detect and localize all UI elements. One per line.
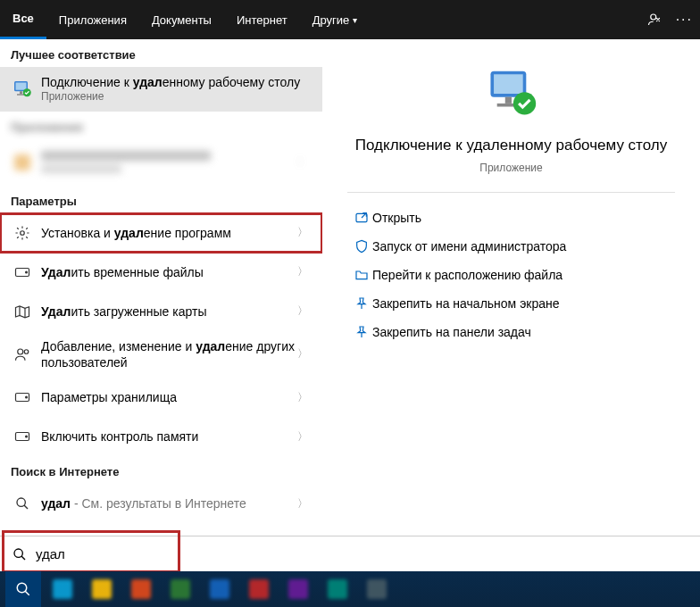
feedback-icon[interactable] (647, 12, 663, 28)
search-box[interactable] (0, 536, 700, 571)
top-tabs-bar: Все Приложения Документы Интернет Другие… (0, 0, 700, 39)
detail-panel: Подключение к удаленному рабочему столу … (322, 39, 700, 536)
chevron-right-icon: 〉 (297, 225, 312, 240)
svg-point-15 (17, 498, 25, 506)
section-best-match: Лучшее соответствие (0, 39, 322, 67)
result-title: Параметры хранилища (41, 389, 297, 405)
chevron-right-icon: 〉 (297, 429, 312, 445)
remote-desktop-large-icon (486, 68, 538, 120)
taskbar-item[interactable] (84, 576, 120, 603)
chevron-down-icon: ▾ (353, 15, 357, 25)
storage-icon (11, 391, 34, 403)
svg-rect-18 (504, 97, 511, 104)
taskbar (0, 571, 700, 607)
taskbar-item[interactable] (280, 576, 316, 603)
open-icon (351, 211, 372, 225)
storage-icon (11, 266, 34, 279)
svg-point-14 (26, 436, 28, 437)
pin-icon (351, 325, 372, 339)
result-web-search[interactable]: удал - См. результаты в Интернете 〉 (0, 484, 322, 523)
chevron-right-icon: 〉 (297, 154, 312, 170)
tab-label: Все (12, 12, 34, 25)
taskbar-item[interactable] (162, 576, 198, 603)
taskbar-search-button[interactable] (5, 571, 41, 607)
result-remote-desktop[interactable]: Подключение к удаленному рабочему столу … (0, 67, 322, 112)
tab-apps[interactable]: Приложения (46, 0, 139, 39)
svg-point-0 (650, 14, 655, 20)
taskbar-item[interactable] (123, 576, 159, 603)
svg-point-9 (18, 349, 23, 354)
taskbar-item[interactable] (359, 576, 395, 603)
result-delete-temp-files[interactable]: Удалить временные файлы 〉 (0, 253, 322, 292)
detail-category: Приложение (479, 162, 542, 174)
shield-icon (351, 239, 372, 254)
result-title: Удалить временные файлы (41, 264, 297, 280)
search-input[interactable] (27, 546, 700, 561)
search-icon (12, 547, 27, 561)
map-icon (11, 304, 34, 319)
svg-rect-17 (494, 74, 523, 94)
result-title: Включить контроль памяти (41, 428, 297, 445)
svg-point-23 (17, 583, 27, 593)
result-memory-control[interactable]: Включить контроль памяти 〉 (0, 417, 322, 456)
result-manage-users[interactable]: Добавление, изменение и удаление других … (0, 331, 322, 378)
svg-point-10 (24, 350, 29, 354)
taskbar-item[interactable] (45, 576, 80, 603)
detail-title: Подключение к удаленному рабочему столу (355, 136, 667, 156)
more-icon[interactable]: ··· (676, 12, 693, 28)
action-label: Закрепить на начальном экране (372, 296, 560, 311)
tab-label: Другие (312, 13, 350, 27)
chevron-right-icon: 〉 (297, 264, 312, 279)
result-title: Установка и удаление программ (41, 225, 297, 241)
svg-point-12 (26, 396, 28, 398)
svg-point-6 (21, 231, 25, 236)
taskbar-item[interactable] (241, 576, 277, 603)
results-list: Лучшее соответствие Подключение к удален… (0, 39, 322, 536)
tab-label: Документы (152, 13, 212, 27)
action-label: Закрепить на панели задач (372, 325, 531, 339)
result-blurred-app[interactable]: 〉 (0, 139, 322, 186)
result-title: Подключение к удаленному рабочему столу (41, 74, 312, 90)
taskbar-item[interactable] (320, 576, 355, 603)
result-install-remove-programs[interactable]: Установка и удаление программ 〉 (0, 213, 322, 253)
storage-icon (11, 430, 34, 443)
section-params: Параметры (0, 186, 322, 213)
tab-label: Интернет (237, 13, 288, 27)
pin-icon (351, 296, 372, 311)
tab-internet[interactable]: Интернет (224, 0, 300, 39)
section-apps: Приложения (0, 112, 322, 139)
remote-desktop-icon (11, 79, 34, 100)
tab-other[interactable]: Другие▾ (300, 0, 371, 39)
tab-label: Приложения (59, 13, 127, 27)
users-icon (11, 346, 34, 362)
action-pin-taskbar[interactable]: Закрепить на панели задач (347, 318, 675, 346)
result-subtitle: Приложение (41, 90, 312, 104)
action-label: Открыть (372, 211, 421, 225)
taskbar-item[interactable] (202, 576, 238, 603)
action-open[interactable]: Открыть (347, 204, 675, 232)
result-title: Добавление, изменение и удаление других … (41, 338, 297, 370)
result-title: Удалить загруженные карты (41, 304, 297, 320)
result-delete-maps[interactable]: Удалить загруженные карты 〉 (0, 292, 322, 331)
action-label: Запуск от имени администратора (372, 239, 566, 254)
tab-all[interactable]: Все (0, 0, 46, 39)
chevron-right-icon: 〉 (297, 496, 312, 511)
svg-rect-2 (16, 82, 27, 89)
action-pin-start[interactable]: Закрепить на начальном экране (347, 289, 675, 318)
result-title: удал - См. результаты в Интернете (41, 495, 297, 511)
chevron-right-icon: 〉 (297, 346, 312, 362)
section-web: Поиск в Интернете (0, 456, 322, 484)
gear-icon (11, 225, 34, 241)
result-storage-settings[interactable]: Параметры хранилища 〉 (0, 378, 322, 417)
action-open-location[interactable]: Перейти к расположению файла (347, 261, 675, 289)
action-label: Перейти к расположению файла (372, 268, 562, 282)
results-panel: Лучшее соответствие Подключение к удален… (0, 39, 700, 536)
action-run-admin[interactable]: Запуск от имени администратора (347, 232, 675, 261)
svg-point-22 (14, 549, 22, 557)
search-icon (11, 496, 34, 511)
chevron-right-icon: 〉 (297, 304, 312, 319)
tab-documents[interactable]: Документы (139, 0, 224, 39)
divider (347, 192, 675, 193)
folder-icon (351, 268, 372, 282)
svg-rect-3 (20, 91, 22, 94)
